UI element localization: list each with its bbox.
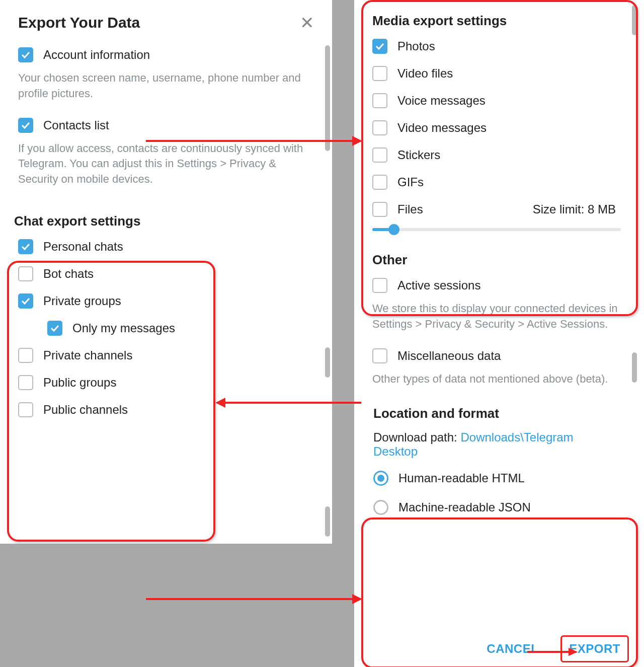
- export-dialog-left: Export Your Data ✕ Account information Y…: [0, 0, 332, 544]
- checkbox-only-my-messages[interactable]: [47, 321, 62, 336]
- checkbox-video-messages[interactable]: [372, 120, 387, 135]
- section-title-location: Location and format: [363, 397, 630, 425]
- dialog-footer: CANCEL EXPORT: [479, 635, 629, 662]
- scrollbar-right[interactable]: [632, 352, 637, 383]
- label-bot-chats: Bot chats: [43, 267, 94, 281]
- scrollbar-left[interactable]: [325, 45, 330, 151]
- label-voice-messages: Voice messages: [397, 94, 486, 108]
- radio-json[interactable]: [373, 500, 388, 515]
- label-active-sessions: Active sessions: [397, 278, 480, 292]
- radio-html[interactable]: [373, 471, 388, 486]
- download-path-label: Download path:: [373, 430, 460, 444]
- label-files: Files: [397, 202, 423, 216]
- checkbox-public-groups[interactable]: [18, 375, 33, 390]
- export-dialog-right: Media export settings Photos Video files…: [354, 0, 639, 667]
- dialog-header: Export Your Data ✕: [0, 0, 332, 41]
- location-format-section: Location and format Download path: Downl…: [354, 397, 639, 522]
- label-contacts: Contacts list: [43, 118, 109, 132]
- section-title-media: Media export settings: [354, 4, 639, 33]
- close-icon[interactable]: ✕: [300, 14, 314, 31]
- label-personal-chats: Personal chats: [43, 240, 123, 254]
- desc-misc-data: Other types of data not mentioned above …: [354, 369, 639, 397]
- section-title-other: Other: [354, 243, 639, 272]
- label-private-channels: Private channels: [43, 348, 132, 362]
- label-public-groups: Public groups: [43, 376, 116, 390]
- desc-active-sessions: We store this to display your connected …: [354, 299, 639, 342]
- checkbox-misc-data[interactable]: [372, 348, 387, 363]
- option-video-files[interactable]: Video files: [354, 60, 639, 87]
- checkbox-public-channels[interactable]: [18, 402, 33, 417]
- scrollbar-right[interactable]: [632, 5, 637, 35]
- checkbox-photos[interactable]: [372, 39, 387, 54]
- option-stickers[interactable]: Stickers: [354, 141, 639, 169]
- label-stickers: Stickers: [397, 148, 440, 162]
- option-only-my-messages[interactable]: Only my messages: [0, 315, 332, 342]
- checkbox-private-groups[interactable]: [18, 293, 33, 309]
- dialog-title: Export Your Data: [18, 14, 140, 31]
- option-files[interactable]: Files Size limit: 8 MB: [354, 196, 639, 223]
- option-format-html[interactable]: Human-readable HTML: [363, 464, 630, 493]
- option-public-channels[interactable]: Public channels: [0, 396, 332, 423]
- checkbox-contacts[interactable]: [18, 118, 33, 133]
- label-video-files: Video files: [397, 66, 453, 81]
- label-public-channels: Public channels: [43, 403, 128, 417]
- label-photos: Photos: [397, 39, 435, 53]
- option-format-json[interactable]: Machine-readable JSON: [363, 493, 630, 522]
- label-format-html: Human-readable HTML: [398, 471, 525, 485]
- download-path-row[interactable]: Download path: Downloads\Telegram Deskto…: [363, 425, 630, 464]
- checkbox-voice-messages[interactable]: [372, 93, 387, 108]
- left-panel-bottom-fill: [0, 544, 332, 667]
- scrollbar-left[interactable]: [325, 506, 330, 537]
- option-misc-data[interactable]: Miscellaneous data: [354, 342, 639, 369]
- panel-divider: [332, 0, 354, 667]
- option-photos[interactable]: Photos: [354, 33, 639, 60]
- option-account-info[interactable]: Account information: [0, 41, 332, 68]
- checkbox-bot-chats[interactable]: [18, 266, 33, 281]
- checkbox-stickers[interactable]: [372, 147, 387, 163]
- label-only-my-messages: Only my messages: [72, 321, 175, 335]
- slider-thumb[interactable]: [388, 224, 399, 235]
- label-private-groups: Private groups: [43, 294, 121, 308]
- label-video-messages: Video messages: [397, 121, 487, 135]
- checkbox-account-info[interactable]: [18, 47, 33, 62]
- size-limit-slider[interactable]: [354, 223, 639, 243]
- section-title-chat: Chat export settings: [0, 204, 332, 233]
- option-private-channels[interactable]: Private channels: [0, 342, 332, 369]
- checkbox-gifs[interactable]: [372, 175, 387, 190]
- option-bot-chats[interactable]: Bot chats: [0, 260, 332, 287]
- option-video-messages[interactable]: Video messages: [354, 114, 639, 141]
- other-section: Other Active sessions We store this to d…: [354, 243, 639, 397]
- chat-export-section: Chat export settings Personal chats Bot …: [0, 197, 332, 423]
- checkbox-video-files[interactable]: [372, 66, 387, 81]
- checkbox-personal-chats[interactable]: [18, 239, 33, 254]
- option-contacts[interactable]: Contacts list: [0, 112, 332, 139]
- slider-track: [372, 228, 621, 231]
- label-gifs: GIFs: [397, 175, 424, 189]
- option-private-groups[interactable]: Private groups: [0, 287, 332, 315]
- desc-account-info: Your chosen screen name, username, phone…: [0, 68, 332, 112]
- option-voice-messages[interactable]: Voice messages: [354, 87, 639, 114]
- option-public-groups[interactable]: Public groups: [0, 369, 332, 396]
- desc-contacts: If you allow access, contacts are contin…: [0, 139, 332, 197]
- option-gifs[interactable]: GIFs: [354, 169, 639, 196]
- size-limit-label: Size limit: 8 MB: [533, 202, 621, 216]
- export-button[interactable]: EXPORT: [560, 635, 629, 662]
- checkbox-active-sessions[interactable]: [372, 278, 387, 293]
- label-misc-data: Miscellaneous data: [397, 349, 501, 363]
- media-export-section: Media export settings Photos Video files…: [354, 0, 639, 243]
- label-format-json: Machine-readable JSON: [398, 500, 531, 514]
- option-active-sessions[interactable]: Active sessions: [354, 272, 639, 299]
- cancel-button[interactable]: CANCEL: [479, 637, 545, 661]
- option-personal-chats[interactable]: Personal chats: [0, 233, 332, 260]
- checkbox-files[interactable]: [372, 202, 387, 217]
- checkbox-private-channels[interactable]: [18, 348, 33, 363]
- label-account-info: Account information: [43, 48, 150, 62]
